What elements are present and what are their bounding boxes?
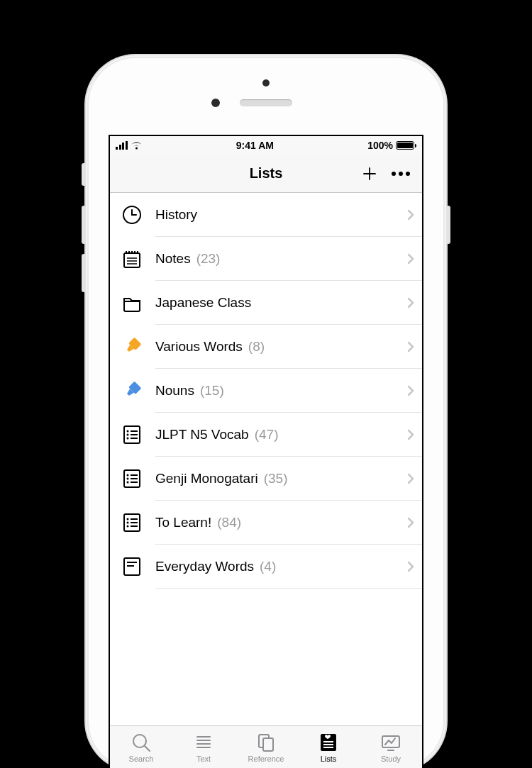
list-row[interactable]: Japanese Class: [110, 281, 422, 325]
cellular-signal-icon: [116, 141, 128, 150]
list-row-body: JLPT N5 Vocab(47): [155, 413, 422, 457]
tab-text[interactable]: Text: [172, 726, 235, 768]
list-row-body: Notes(23): [155, 237, 422, 281]
list-row[interactable]: Notes(23): [110, 237, 422, 281]
tab-study[interactable]: Study: [360, 726, 422, 768]
lists-icon: [318, 732, 339, 753]
list-row[interactable]: To Learn!(84): [110, 501, 422, 545]
svg-rect-1: [124, 253, 140, 267]
svg-rect-18: [124, 558, 140, 575]
list-row-count: (47): [255, 427, 279, 443]
chevron-right-icon: [406, 340, 415, 353]
list-row-label: Various Words: [155, 339, 243, 355]
list-row[interactable]: History: [110, 193, 422, 237]
list-row-count: (8): [248, 339, 265, 355]
list-row[interactable]: Various Words(8): [110, 325, 422, 369]
tab-label: Reference: [248, 755, 284, 763]
screen: 9:41 AM 100% Lists HistoryNotes(23)Japan: [109, 135, 423, 768]
list-row-label: To Learn!: [155, 515, 211, 530]
list-row-body: Everyday Words(4): [155, 545, 422, 589]
list-row[interactable]: JLPT N5 Vocab(47): [110, 413, 422, 457]
clock-icon: [120, 203, 144, 227]
page-title: Lists: [110, 165, 422, 182]
navigation-bar: Lists: [110, 155, 422, 193]
list-row-label: Nouns: [155, 383, 194, 399]
power-button: [446, 206, 450, 244]
list-row-label: Japanese Class: [155, 295, 251, 311]
list-row-count: (35): [264, 471, 288, 486]
lists-table: HistoryNotes(23)Japanese ClassVarious Wo…: [110, 193, 422, 725]
list-row-label: JLPT N5 Vocab: [155, 427, 249, 443]
list-row-count: (15): [200, 383, 224, 399]
list-row-label: Notes: [155, 251, 191, 267]
svg-point-11: [127, 474, 129, 477]
status-bar: 9:41 AM 100%: [110, 136, 422, 155]
chevron-right-icon: [406, 208, 415, 221]
list-row-label: Genji Monogatari: [155, 471, 258, 486]
svg-point-15: [127, 518, 129, 521]
list-row-label: Everyday Words: [155, 559, 254, 574]
svg-point-9: [127, 438, 129, 440]
front-camera: [262, 79, 270, 87]
tab-lists[interactable]: Lists: [297, 726, 360, 768]
tab-label: Text: [196, 755, 211, 763]
list-row-body: Various Words(8): [155, 325, 422, 369]
list-row[interactable]: Everyday Words(4): [110, 545, 422, 589]
mute-switch: [82, 163, 86, 186]
chevron-right-icon: [406, 516, 415, 529]
tab-label: Lists: [321, 755, 337, 763]
list-row-body: Nouns(15): [155, 369, 422, 413]
list-row-body: History: [155, 193, 422, 237]
svg-point-17: [127, 525, 129, 528]
svg-point-8: [127, 434, 129, 436]
phone-frame: 9:41 AM 100% Lists HistoryNotes(23)Japan: [89, 58, 443, 768]
list-row-label: History: [155, 207, 197, 223]
checklist-icon: [120, 511, 144, 535]
list-row-count: (84): [217, 515, 241, 530]
checklist-icon: [120, 467, 144, 491]
chevron-right-icon: [406, 384, 415, 397]
volume-up-btn: [82, 206, 86, 244]
tab-label: Search: [129, 755, 154, 763]
chevron-right-icon: [406, 472, 415, 485]
tab-bar: SearchTextReferenceListsStudy: [110, 725, 422, 768]
tab-reference[interactable]: Reference: [235, 726, 297, 768]
reference-icon: [255, 732, 277, 753]
tab-label: Study: [381, 755, 401, 763]
checklist-icon: [120, 423, 144, 447]
notes-icon: [120, 247, 144, 271]
list-row-count: (4): [260, 559, 276, 574]
svg-rect-21: [263, 738, 273, 751]
volume-down-btn: [82, 254, 86, 292]
status-time: 9:41 AM: [236, 140, 274, 151]
search-icon: [131, 732, 152, 753]
chevron-right-icon: [406, 252, 415, 265]
highlighter-blue-icon: [120, 379, 144, 403]
list-row-body: Japanese Class: [155, 281, 422, 325]
list-row-body: Genji Monogatari(35): [155, 457, 422, 501]
chevron-right-icon: [406, 428, 415, 441]
chevron-right-icon: [406, 296, 415, 309]
list-row-count: (23): [196, 251, 221, 267]
battery-icon: [396, 141, 416, 150]
textlist-icon: [120, 555, 144, 579]
chevron-right-icon: [406, 560, 415, 573]
list-row[interactable]: Genji Monogatari(35): [110, 457, 422, 501]
text-icon: [193, 732, 214, 753]
list-row-body: To Learn!(84): [155, 501, 422, 545]
svg-point-13: [127, 482, 129, 484]
earpiece-speaker: [240, 99, 292, 106]
list-row[interactable]: Nouns(15): [110, 369, 422, 413]
svg-point-16: [127, 522, 129, 524]
wifi-icon: [131, 141, 143, 150]
tab-search[interactable]: Search: [110, 726, 172, 768]
highlighter-orange-icon: [120, 335, 144, 359]
svg-point-12: [127, 478, 129, 480]
battery-percent: 100%: [367, 140, 393, 151]
folder-icon: [120, 291, 144, 315]
proximity-sensor: [211, 99, 220, 107]
svg-point-7: [127, 430, 129, 433]
study-icon: [380, 732, 401, 753]
